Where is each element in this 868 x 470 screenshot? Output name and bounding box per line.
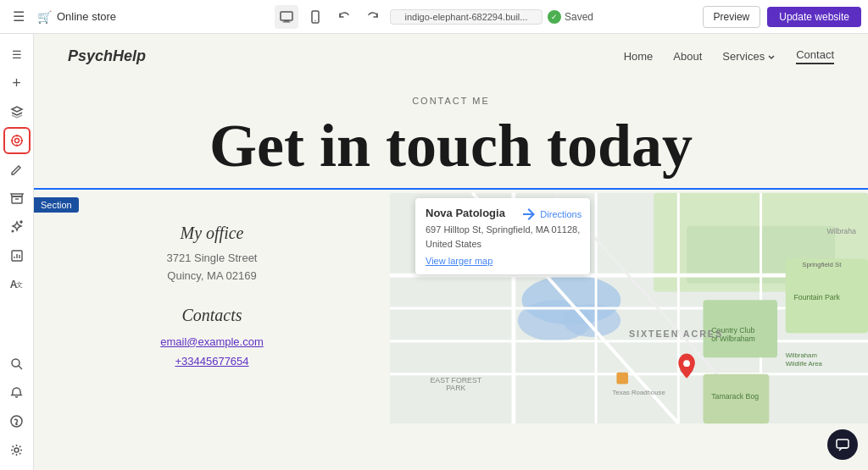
- sidebar-item-search[interactable]: [3, 350, 31, 377]
- svg-text:Texas Roadhouse: Texas Roadhouse: [613, 389, 665, 396]
- layers-sidebar-icon: [10, 105, 24, 119]
- saved-checkmark: ✓: [548, 10, 561, 24]
- topbar-center-controls: indigo-elephant-682294.buil... ✓ Saved: [275, 5, 593, 29]
- sidebar-item-analytics[interactable]: [3, 242, 31, 269]
- edit-sidebar-icon: [10, 163, 23, 176]
- nav-home[interactable]: Home: [624, 50, 654, 63]
- undo-icon: [338, 11, 350, 23]
- hero-label: CONTACT ME: [68, 96, 834, 106]
- nav-about[interactable]: About: [673, 50, 702, 63]
- sidebar-item-theme[interactable]: [3, 127, 31, 154]
- site-nav-links: Home About Services Contact: [624, 48, 834, 64]
- sidebar-item-edit[interactable]: [3, 156, 31, 183]
- theme-sidebar-icon: [10, 134, 24, 147]
- svg-text:EAST FOREST: EAST FOREST: [430, 376, 481, 384]
- redo-icon: [367, 11, 379, 23]
- directions-area[interactable]: Directions: [521, 207, 581, 222]
- sidebar-item-help[interactable]: [3, 407, 31, 434]
- chat-icon: [835, 437, 850, 452]
- settings-sidebar-icon: [10, 444, 23, 456]
- svg-point-22: [14, 448, 19, 452]
- contact-phone[interactable]: +33445677654: [85, 351, 339, 371]
- svg-rect-2: [282, 21, 290, 22]
- redo-button[interactable]: [361, 5, 385, 29]
- svg-point-21: [16, 423, 17, 424]
- contacts-title: Contacts: [85, 306, 339, 325]
- notifications-sidebar-icon: [10, 386, 23, 399]
- svg-point-4: [314, 19, 315, 20]
- sidebar-item-layers[interactable]: [3, 98, 31, 125]
- desktop-view-button[interactable]: [275, 5, 298, 29]
- sidebar-item-magic[interactable]: [3, 213, 31, 241]
- svg-text:SIXTEEN ACRES: SIXTEEN ACRES: [629, 329, 723, 339]
- sidebar-item-store[interactable]: [3, 185, 31, 212]
- hamburger-menu[interactable]: ☰: [7, 5, 31, 29]
- magic-sidebar-icon: [10, 220, 24, 234]
- svg-point-6: [14, 139, 19, 143]
- sidebar-item-settings[interactable]: [3, 436, 31, 463]
- svg-rect-58: [837, 440, 849, 448]
- site-map-area[interactable]: Country Club of Wilbraham Fountain Park …: [390, 190, 868, 427]
- hero-title: Get in touch today: [68, 113, 834, 180]
- analytics-sidebar-icon: [10, 249, 24, 263]
- svg-text:Wilbraham: Wilbraham: [786, 352, 817, 360]
- topbar: ☰ 🛒 Online store indigo-elephant-682294.…: [0, 0, 868, 34]
- brand-name: Online store: [57, 10, 116, 23]
- svg-point-5: [12, 135, 22, 146]
- left-sidebar: ☰ + A 文: [0, 34, 34, 470]
- cart-icon: 🛒: [37, 10, 52, 24]
- contact-email[interactable]: email@example.com: [85, 332, 339, 351]
- add-sidebar-icon: +: [12, 75, 21, 92]
- popup-address-line1: 697 Hilltop St, Springfield, MA 01128,: [426, 223, 580, 237]
- desktop-icon: [280, 10, 293, 24]
- website-preview: PsychHelp Home About Services Contact CO…: [34, 34, 868, 470]
- chat-widget[interactable]: [827, 429, 858, 460]
- office-title: My office: [85, 224, 339, 243]
- sidebar-item-translate[interactable]: A 文: [3, 271, 31, 298]
- sidebar-item-notifications[interactable]: [3, 379, 31, 406]
- section-badge[interactable]: Section: [34, 197, 79, 213]
- saved-status: ✓ Saved: [548, 10, 593, 24]
- mobile-icon: [309, 10, 322, 24]
- map-info-popup: Nova Patologia 697 Hilltop St, Springfie…: [415, 198, 590, 274]
- topbar-right-controls: Preview Update website: [703, 6, 861, 28]
- main-content-area: PsychHelp Home About Services Contact CO…: [34, 34, 868, 470]
- update-website-button[interactable]: Update website: [767, 7, 861, 27]
- site-logo: PsychHelp: [68, 47, 146, 65]
- svg-text:Fountain Park: Fountain Park: [793, 293, 840, 301]
- undo-button[interactable]: [332, 5, 356, 29]
- svg-point-13: [12, 230, 14, 232]
- site-hero: CONTACT ME Get in touch today: [34, 79, 868, 188]
- directions-label[interactable]: Directions: [540, 209, 581, 219]
- help-sidebar-icon: [10, 415, 23, 428]
- popup-address-line2: United States: [426, 237, 580, 252]
- svg-text:Wilbraha: Wilbraha: [826, 228, 856, 236]
- site-contact-info: My office 3721 Single Street Quincy, MA …: [34, 190, 390, 427]
- svg-text:Tamarack Bog: Tamarack Bog: [711, 392, 759, 401]
- svg-line-19: [19, 366, 22, 369]
- nav-services[interactable]: Services: [722, 50, 776, 63]
- directions-icon: [521, 207, 537, 222]
- sidebar-item-menu[interactable]: ☰: [3, 41, 31, 68]
- view-larger-map-link[interactable]: View larger map: [426, 256, 580, 266]
- store-sidebar-icon: [10, 191, 24, 205]
- url-display: indigo-elephant-682294.buil...: [390, 9, 542, 25]
- nav-services-label: Services: [722, 50, 765, 63]
- svg-text:Wildlife Area: Wildlife Area: [786, 360, 823, 368]
- svg-rect-1: [284, 20, 289, 22]
- brand-area: 🛒 Online store: [37, 10, 116, 24]
- hamburger-sidebar-icon: ☰: [12, 48, 22, 61]
- office-address-line2: Quincy, MA 02169: [85, 268, 339, 285]
- office-address-line1: 3721 Single Street: [85, 250, 339, 268]
- mobile-view-button[interactable]: [303, 5, 327, 29]
- saved-label: Saved: [565, 11, 593, 23]
- translate-subscript: 文: [16, 280, 23, 290]
- hamburger-icon: ☰: [13, 8, 25, 25]
- nav-contact[interactable]: Contact: [796, 48, 834, 64]
- svg-text:Springfield St: Springfield St: [802, 262, 842, 269]
- svg-rect-54: [616, 373, 628, 384]
- svg-point-57: [683, 360, 690, 367]
- site-content-section: My office 3721 Single Street Quincy, MA …: [34, 188, 868, 427]
- sidebar-item-add[interactable]: +: [3, 69, 31, 97]
- preview-button[interactable]: Preview: [703, 6, 761, 28]
